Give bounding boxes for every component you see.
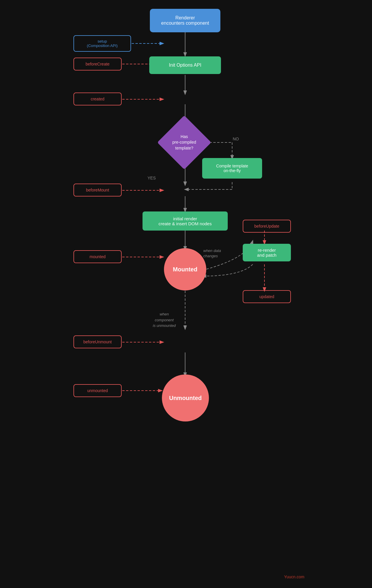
renderer-label: Renderer encounters component <box>161 15 209 26</box>
created-label: created <box>91 97 105 101</box>
unmounted-hook-box: unmounted <box>73 384 122 397</box>
yes-label: YES <box>148 176 156 180</box>
unmounted-circle-label: Unmounted <box>169 395 202 401</box>
no-label: NO <box>233 137 239 141</box>
setup-label: setup(Composition API) <box>87 39 118 48</box>
beforemount-box: beforeMount <box>73 184 122 196</box>
beforeunmount-box: beforeUnmount <box>73 335 122 348</box>
beforeunmount-label: beforeUnmount <box>83 340 112 344</box>
unmounted-hook-label: unmounted <box>87 388 108 393</box>
mounted-hook-box: mounted <box>73 250 122 263</box>
init-options-box: Init Options API <box>149 56 221 74</box>
initial-render-label: initial rendercreate & insert DOM nodes <box>159 216 212 226</box>
compile-template-label: Compile templateon-the-fly <box>216 164 248 173</box>
beforeupdate-label: beforeUpdate <box>254 224 279 229</box>
diamond-label: Haspre-compiledtemplate? <box>172 134 196 151</box>
unmounted-circle: Unmounted <box>162 374 209 421</box>
when-data-changes-label: when datachanges <box>203 248 221 259</box>
init-options-label: Init Options API <box>169 63 201 68</box>
updated-label: updated <box>259 294 274 299</box>
beforecreate-box: beforeCreate <box>73 58 122 70</box>
renderer-box: Renderer encounters component <box>150 9 220 32</box>
mounted-hook-label: mounted <box>90 254 105 259</box>
rerender-label: re-renderand patch <box>257 248 277 258</box>
when-unmounted-label: whencomponentis unmounted <box>153 311 176 329</box>
initial-render-box: initial rendercreate & insert DOM nodes <box>143 211 228 231</box>
has-template-diamond: Haspre-compiledtemplate? <box>164 122 205 163</box>
rerender-box: re-renderand patch <box>243 244 291 261</box>
beforeupdate-box: beforeUpdate <box>243 220 291 233</box>
mounted-circle: Mounted <box>164 248 206 290</box>
compile-template-box: Compile templateon-the-fly <box>202 158 262 179</box>
mounted-circle-label: Mounted <box>173 266 197 273</box>
beforecreate-label: beforeCreate <box>86 62 110 66</box>
created-box: created <box>73 93 122 105</box>
watermark: Yuucn.com <box>284 574 304 579</box>
beforemount-label: beforeMount <box>86 188 109 192</box>
setup-box: setup(Composition API) <box>73 35 131 52</box>
updated-box: updated <box>243 290 291 303</box>
